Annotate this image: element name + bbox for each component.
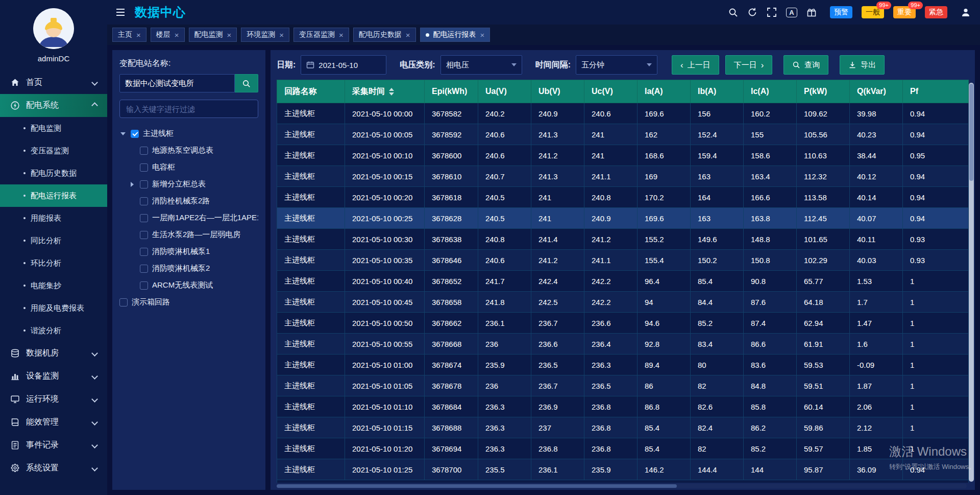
column-header[interactable]: 采集时间	[345, 80, 425, 103]
table-row[interactable]: 主进线柜2021-05-10 00:203678618240.5241240.8…	[277, 187, 969, 208]
vertical-scrollbar[interactable]	[969, 83, 974, 482]
sidebar-item[interactable]: 配电系统	[0, 94, 107, 117]
checkbox[interactable]	[119, 298, 128, 307]
alarm-badge-orange[interactable]: 重要99+	[893, 6, 916, 18]
alarm-badge-yellow[interactable]: 一般99+	[862, 6, 884, 18]
checkbox[interactable]	[140, 265, 148, 273]
tab[interactable]: 配电监测×	[189, 28, 237, 42]
sidebar-subitem[interactable]: 用能及电费报表	[0, 297, 107, 319]
checkbox[interactable]	[140, 214, 148, 222]
checkbox[interactable]	[140, 180, 148, 188]
column-header[interactable]: 回路名称	[277, 80, 345, 103]
checkbox[interactable]	[131, 130, 139, 138]
table-row[interactable]: 主进线柜2021-05-10 00:303678638240.8241.4241…	[277, 229, 969, 250]
sidebar-subitem[interactable]: 配电运行报表	[0, 184, 107, 207]
refresh-icon[interactable]	[747, 7, 757, 17]
table-row[interactable]: 主进线柜2021-05-10 00:053678592240.6241.3241…	[277, 124, 969, 145]
checkbox[interactable]	[140, 163, 148, 172]
close-icon[interactable]: ×	[279, 31, 284, 39]
scrollbar-thumb[interactable]	[277, 484, 677, 488]
table-row[interactable]: 主进线柜2021-05-10 00:503678662236.1236.7236…	[277, 313, 969, 334]
close-icon[interactable]: ×	[339, 31, 344, 39]
sidebar-subitem[interactable]: 配电历史数据	[0, 162, 107, 184]
tab[interactable]: 楼层×	[151, 28, 185, 42]
search-icon[interactable]	[728, 7, 738, 17]
alarm-badge-red[interactable]: 紧急	[925, 6, 947, 18]
alarm-badge-blue[interactable]: 预警	[830, 6, 852, 18]
tab-active[interactable]: 配电运行报表×	[420, 28, 491, 42]
scrollbar-thumb[interactable]	[969, 84, 973, 181]
close-icon[interactable]: ×	[136, 31, 141, 39]
column-header[interactable]: Epi(kWh)	[425, 80, 478, 103]
table-row[interactable]: 主进线柜2021-05-10 01:253678700235.5236.1235…	[277, 459, 969, 480]
sidebar-subitem[interactable]: 谐波分析	[0, 319, 107, 342]
sidebar-subitem[interactable]: 电能集抄	[0, 274, 107, 297]
sidebar-item[interactable]: 系统设置	[0, 457, 107, 480]
checkbox[interactable]	[140, 231, 148, 239]
checkbox[interactable]	[140, 147, 148, 155]
table-row[interactable]: 主进线柜2021-05-10 00:153678610240.7241.3241…	[277, 166, 969, 187]
close-icon[interactable]: ×	[227, 31, 232, 39]
close-icon[interactable]: ×	[406, 31, 410, 39]
station-input[interactable]	[119, 74, 235, 92]
sidebar-subitem[interactable]: 配电监测	[0, 117, 107, 139]
tab[interactable]: 变压器监测×	[293, 28, 349, 42]
checkbox[interactable]	[140, 281, 148, 290]
table-row[interactable]: 主进线柜2021-05-10 00:003678582240.2240.9240…	[277, 103, 969, 124]
column-header[interactable]: Ib(A)	[691, 80, 744, 103]
tab[interactable]: 环境监测×	[241, 28, 289, 42]
tree-node[interactable]: ARCM无线表测试	[119, 277, 258, 294]
sidebar-item[interactable]: 首页	[0, 71, 107, 94]
sidebar-subitem[interactable]: 用能报表	[0, 207, 107, 229]
caret-right-icon[interactable]	[129, 182, 136, 187]
checkbox[interactable]	[140, 197, 148, 205]
checkbox[interactable]	[140, 248, 148, 256]
tree-node[interactable]: 消防喷淋机械泵1	[119, 243, 258, 260]
tree-node[interactable]: 演示箱回路	[119, 294, 258, 311]
sidebar-item[interactable]: 设备监测	[0, 365, 107, 388]
column-header[interactable]: Q(kVar)	[850, 80, 903, 103]
table-row[interactable]: 主进线柜2021-05-10 01:003678674235.9236.5236…	[277, 355, 969, 375]
tab[interactable]: 配电历史数据×	[353, 28, 416, 42]
station-search-button[interactable]	[235, 74, 258, 92]
table-row[interactable]: 主进线柜2021-05-10 00:253678628240.5241240.9…	[277, 208, 969, 229]
table-row[interactable]: 主进线柜2021-05-10 00:353678646240.6241.2241…	[277, 250, 969, 271]
next-day-button[interactable]: 下一日 ›	[725, 55, 773, 75]
tree-node[interactable]: 新增分立柜总表	[119, 176, 258, 193]
table-row[interactable]: 主进线柜2021-05-10 00:103678600240.6241.2241…	[277, 145, 969, 166]
column-header[interactable]: Uc(V)	[584, 80, 638, 103]
date-picker[interactable]: 2021-05-10	[301, 55, 386, 75]
close-icon[interactable]: ×	[480, 31, 485, 39]
table-row[interactable]: 主进线柜2021-05-10 00:403678652241.7242.4242…	[277, 271, 969, 292]
caret-down-icon[interactable]	[119, 132, 127, 135]
tree-node[interactable]: 消防栓机械泵2路	[119, 193, 258, 209]
column-header[interactable]: Ua(V)	[478, 80, 531, 103]
tab[interactable]: 主页×	[112, 28, 146, 42]
avatar[interactable]	[33, 8, 74, 49]
query-button[interactable]: 查询	[783, 55, 828, 75]
fullscreen-icon[interactable]	[767, 7, 777, 17]
column-header[interactable]: Ia(A)	[638, 80, 691, 103]
prev-day-button[interactable]: ‹ 上一日	[672, 55, 719, 75]
export-button[interactable]: 导出	[840, 55, 885, 75]
sort-icon[interactable]	[389, 88, 394, 96]
column-header[interactable]: Ub(V)	[531, 80, 584, 103]
sidebar-subitem[interactable]: 环比分析	[0, 252, 107, 274]
column-header[interactable]: Pf	[903, 80, 969, 103]
interval-select[interactable]: 五分钟	[576, 55, 657, 75]
tree-node[interactable]: 生活水泵2路—一层弱电房	[119, 226, 258, 243]
tree-filter-input[interactable]	[119, 100, 258, 118]
user-icon[interactable]	[961, 7, 971, 17]
sidebar-subitem[interactable]: 变压器监测	[0, 139, 107, 162]
table-row[interactable]: 主进线柜2021-05-10 00:453678658241.8242.5242…	[277, 292, 969, 313]
horizontal-scrollbar[interactable]	[277, 484, 967, 488]
column-header[interactable]: P(kW)	[797, 80, 850, 103]
gift-icon[interactable]	[806, 7, 817, 17]
table-row[interactable]: 主进线柜2021-05-10 00:553678668236236.6236.4…	[277, 334, 969, 355]
sidebar-item[interactable]: 数据机房	[0, 342, 107, 365]
translate-icon[interactable]: A	[786, 8, 797, 17]
table-row[interactable]: 主进线柜2021-05-10 01:103678684236.3236.9236…	[277, 396, 969, 417]
tree-node[interactable]: 主进线柜	[119, 125, 258, 142]
sidebar-item[interactable]: 运行环境	[0, 388, 107, 411]
menu-toggle-icon[interactable]	[115, 7, 126, 17]
